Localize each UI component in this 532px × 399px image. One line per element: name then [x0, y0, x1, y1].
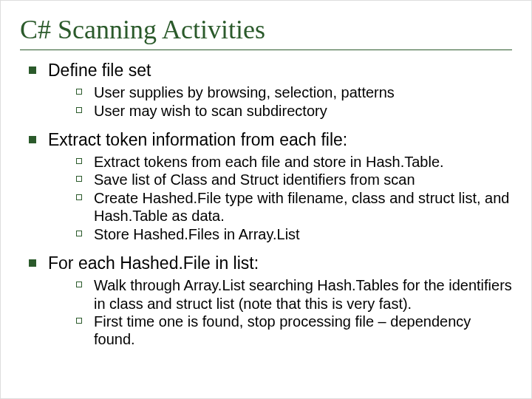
section-heading: For each Hashed.File in list: Walk throu… — [27, 253, 512, 349]
title-underline — [20, 50, 512, 50]
list-item: First time one is found, stop processing… — [75, 313, 512, 349]
list-item: User may wish to scan subdirectory — [75, 102, 512, 120]
section-heading: Define file set User supplies by browsin… — [27, 61, 512, 120]
sub-list: Extract tokens from each file and store … — [48, 153, 512, 243]
sub-list: User supplies by browsing, selection, pa… — [48, 83, 512, 120]
list-item: Walk through Array.List searching Hash.T… — [75, 276, 512, 313]
section-heading-text: For each Hashed.File in list: — [48, 253, 259, 273]
list-item: User supplies by browsing, selection, pa… — [75, 83, 512, 101]
section-heading-text: Define file set — [48, 61, 151, 80]
sub-list: Walk through Array.List searching Hash.T… — [48, 276, 512, 349]
slide-title: C# Scanning Activities — [20, 14, 512, 45]
list-item: Create Hashed.File type with filename, c… — [75, 189, 512, 225]
list-item: Save list of Class and Struct identifier… — [75, 171, 512, 188]
list-item: Store Hashed.Files in Array.List — [75, 225, 512, 243]
list-item: Extract tokens from each file and store … — [75, 153, 512, 171]
section-heading: Extract token information from each file… — [27, 130, 512, 243]
section-heading-text: Extract token information from each file… — [48, 130, 347, 149]
content-list: Define file set User supplies by browsin… — [20, 61, 512, 349]
slide: C# Scanning Activities Define file set U… — [0, 0, 532, 399]
